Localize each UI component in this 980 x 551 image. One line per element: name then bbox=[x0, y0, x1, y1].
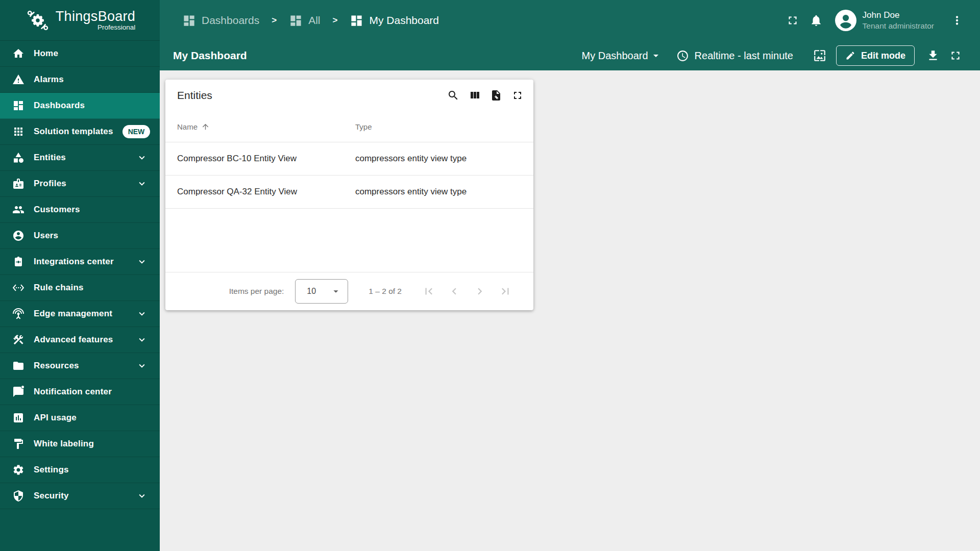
sidebar-item-alarms[interactable]: Alarms bbox=[0, 67, 160, 93]
sidebar-item-white-labeling[interactable]: White labeling bbox=[0, 431, 160, 457]
chevron-down-icon bbox=[136, 334, 148, 345]
sidebar-item-label: Home bbox=[34, 48, 58, 59]
toolbar-right: My Dashboard Realtime - last minute Edit… bbox=[582, 44, 967, 67]
timewindow-button[interactable]: Realtime - last minute bbox=[676, 49, 793, 62]
sidebar-item-label: Users bbox=[34, 231, 58, 241]
main-area: Dashboards > All > My Dashboard bbox=[160, 0, 980, 551]
sidebar-item-integrations-center[interactable]: Integrations center bbox=[0, 249, 160, 275]
sidebar-item-edge-management[interactable]: Edge management bbox=[0, 301, 160, 327]
dashboard-icon bbox=[289, 14, 303, 28]
last-page-icon bbox=[499, 285, 512, 298]
fullscreen-button[interactable] bbox=[781, 9, 804, 32]
integration-icon bbox=[12, 256, 24, 268]
sidebar-item-dashboards[interactable]: Dashboards bbox=[0, 93, 160, 119]
column-header-type[interactable]: Type bbox=[355, 122, 522, 131]
paginator: Items per page: 10 1 – 2 of 2 bbox=[165, 272, 533, 310]
entity-name-cell: Compressor BC-10 Entity View bbox=[177, 154, 355, 164]
user-name: John Doe bbox=[863, 10, 934, 21]
sidebar-item-label: Entities bbox=[34, 153, 66, 163]
sidebar-item-security[interactable]: Security bbox=[0, 483, 160, 509]
breadcrumb-separator: > bbox=[272, 15, 277, 26]
sidebar-item-profiles[interactable]: Profiles bbox=[0, 171, 160, 197]
topbar-right: John Doe Tenant administrator bbox=[781, 9, 969, 32]
entities-widget: Entities bbox=[165, 80, 533, 310]
edit-mode-button[interactable]: Edit mode bbox=[836, 45, 915, 66]
first-page-button[interactable] bbox=[416, 279, 442, 304]
breadcrumb: Dashboards > All > My Dashboard bbox=[182, 14, 439, 28]
new-badge: NEW bbox=[122, 125, 151, 138]
sidebar-item-label: Rule chains bbox=[34, 283, 84, 293]
columns-button[interactable] bbox=[466, 87, 483, 104]
sort-asc-icon bbox=[201, 122, 210, 131]
breadcrumb-label: My Dashboard bbox=[369, 14, 439, 27]
bell-icon bbox=[810, 14, 823, 27]
widget-actions bbox=[445, 87, 526, 104]
table-header-row: Name Type bbox=[165, 111, 533, 142]
sidebar-item-users[interactable]: Users bbox=[0, 223, 160, 249]
warning-icon bbox=[12, 73, 24, 86]
sidebar-item-label: Alarms bbox=[34, 74, 64, 85]
logo-title: ThingsBoard bbox=[56, 9, 135, 23]
search-icon bbox=[447, 89, 459, 102]
column-header-name[interactable]: Name bbox=[177, 122, 355, 131]
sidebar-item-customers[interactable]: Customers bbox=[0, 197, 160, 223]
folder-icon bbox=[12, 360, 24, 372]
sidebar-item-notification-center[interactable]: Notification center bbox=[0, 379, 160, 405]
sidebar-item-advanced-features[interactable]: Advanced features bbox=[0, 327, 160, 353]
fullscreen-icon bbox=[949, 49, 962, 62]
sidebar-item-api-usage[interactable]: API usage bbox=[0, 405, 160, 431]
avatar[interactable] bbox=[835, 10, 856, 31]
widget-header: Entities bbox=[165, 80, 533, 111]
items-per-page-select[interactable]: 10 bbox=[295, 279, 348, 304]
table-row[interactable]: Compressor BC-10 Entity View compressors… bbox=[165, 142, 533, 176]
dashboard-content: Entities bbox=[160, 70, 980, 551]
export-button[interactable] bbox=[487, 87, 505, 104]
notifications-button[interactable] bbox=[804, 9, 828, 32]
sidebar-item-resources[interactable]: Resources bbox=[0, 353, 160, 379]
dashboard-state-select[interactable]: My Dashboard bbox=[582, 49, 662, 62]
items-per-page-value: 10 bbox=[307, 287, 316, 296]
widget-title: Entities bbox=[177, 89, 212, 102]
account-circle-icon bbox=[12, 230, 24, 242]
next-page-button[interactable] bbox=[467, 279, 493, 304]
table-row[interactable]: Compressor QA-32 Entity View compressors… bbox=[165, 176, 533, 209]
sidebar-item-rule-chains[interactable]: Rule chains bbox=[0, 275, 160, 301]
previous-page-button[interactable] bbox=[442, 279, 467, 304]
breadcrumb-item-dashboards[interactable]: Dashboards bbox=[182, 14, 259, 28]
sidebar-item-entities[interactable]: Entities bbox=[0, 145, 160, 171]
breadcrumb-item-all[interactable]: All bbox=[289, 14, 320, 28]
bar-chart-icon bbox=[12, 412, 24, 424]
widget-fullscreen-button[interactable] bbox=[509, 87, 526, 104]
tools-icon bbox=[12, 334, 24, 346]
antenna-icon bbox=[12, 308, 24, 320]
table-empty-space bbox=[165, 209, 533, 272]
items-per-page-label: Items per page: bbox=[229, 287, 284, 296]
sidebar-item-label: Security bbox=[34, 491, 69, 501]
sidebar-menu: Home Alarms Dashboards Solution template… bbox=[0, 41, 160, 551]
chevron-down-icon bbox=[136, 152, 148, 163]
topbar: Dashboards > All > My Dashboard bbox=[160, 0, 980, 41]
dashboard-fullscreen-button[interactable] bbox=[944, 44, 967, 67]
sidebar: ThingsBoard Professional Home Alarms Das… bbox=[0, 0, 160, 551]
search-button[interactable] bbox=[445, 87, 462, 104]
breadcrumb-item-my-dashboard[interactable]: My Dashboard bbox=[350, 14, 439, 28]
breadcrumb-label: Dashboards bbox=[202, 14, 259, 27]
thingsboard-logo[interactable]: ThingsBoard Professional bbox=[0, 0, 160, 41]
user-role: Tenant administrator bbox=[863, 21, 934, 31]
chevron-down-icon bbox=[136, 360, 148, 371]
more-menu-button[interactable] bbox=[945, 9, 969, 32]
thingsboard-app: ThingsBoard Professional Home Alarms Das… bbox=[0, 0, 980, 551]
file-export-icon bbox=[490, 89, 502, 102]
sidebar-item-solution-templates[interactable]: Solution templates NEW bbox=[0, 119, 160, 145]
download-button[interactable] bbox=[922, 44, 944, 67]
category-icon bbox=[12, 152, 24, 164]
screenshot-button[interactable] bbox=[808, 44, 831, 67]
caret-down-icon bbox=[650, 49, 662, 62]
logo-edition: Professional bbox=[97, 23, 135, 31]
sidebar-item-home[interactable]: Home bbox=[0, 41, 160, 67]
last-page-button[interactable] bbox=[493, 279, 518, 304]
download-icon bbox=[926, 49, 940, 62]
page-range-label: 1 – 2 of 2 bbox=[369, 287, 402, 296]
user-menu[interactable]: John Doe Tenant administrator bbox=[863, 10, 934, 31]
sidebar-item-settings[interactable]: Settings bbox=[0, 457, 160, 483]
